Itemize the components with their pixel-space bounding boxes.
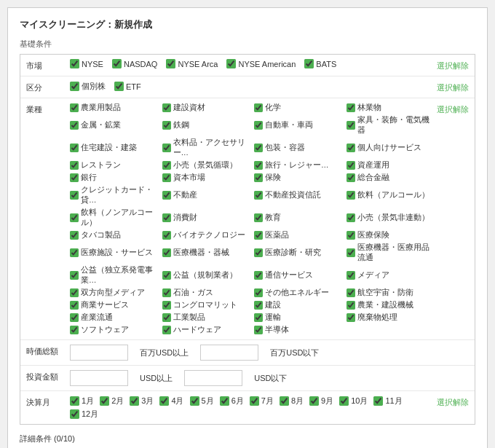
industry-item-17[interactable]: 資本市場 (162, 173, 249, 183)
industry-item-45[interactable]: コングロマリット (162, 300, 249, 310)
market-checkbox-nyse[interactable] (70, 59, 79, 68)
industry-item-13[interactable]: 小売（景気循環） (162, 160, 249, 170)
basic-conditions-box: 市場 NYSENASDAQNYSE ArcaNYSE AmericanBATS … (20, 54, 475, 425)
industry-item-29[interactable]: バイオテクノロジー (162, 230, 249, 240)
month-item-6[interactable]: 7月 (250, 396, 274, 406)
fiscal-month-deselect[interactable]: 選択解除 (432, 396, 469, 408)
industry-item-9[interactable]: 衣料品・アクセサリー… (162, 138, 249, 158)
industry-item-22[interactable]: 不動産投資信託 (254, 185, 341, 205)
market-checkbox-nyse_american[interactable] (226, 59, 236, 68)
month-item-5[interactable]: 6月 (220, 396, 244, 406)
industry-item-51[interactable]: 廃棄物処理 (346, 313, 433, 323)
market-checkbox-bats[interactable] (304, 59, 314, 68)
industry-item-42[interactable]: その他エネルギー (254, 288, 341, 298)
industry-item-18[interactable]: 保険 (254, 173, 341, 183)
industry-item-19[interactable]: 総合金融 (346, 173, 433, 183)
investment-max-unit: USD以下 (251, 373, 290, 384)
market-cap-max-unit: 百万USD以下 (267, 347, 322, 358)
industry-item-26[interactable]: 教育 (254, 208, 341, 228)
industry-grid: 農業用製品建設資材化学林業物金属・鉱業鉄鋼自動車・車両家具・装飾・電気機器住宅建… (70, 103, 432, 335)
market-deselect[interactable]: 選択解除 (432, 59, 469, 71)
category-row: 区分 個別株ETF 選択解除 (20, 76, 475, 98)
industry-item-27[interactable]: 小売（景気非連動） (346, 208, 433, 228)
industry-item-32[interactable]: 医療施設・サービス (70, 243, 157, 263)
industry-item-48[interactable]: 産業流通 (70, 313, 157, 323)
industry-item-21[interactable]: 不動産 (162, 185, 249, 205)
industry-item-54[interactable]: 半導体 (254, 325, 341, 335)
month-item-1[interactable]: 2月 (100, 396, 124, 406)
market-item-nyse_american[interactable]: NYSE American (226, 59, 296, 68)
industry-item-2[interactable]: 化学 (254, 103, 341, 113)
industry-item-16[interactable]: 銀行 (70, 173, 157, 183)
month-item-4[interactable]: 5月 (190, 396, 214, 406)
industry-item-49[interactable]: 工業製品 (162, 313, 249, 323)
industry-item-46[interactable]: 建設 (254, 300, 341, 310)
industry-item-38[interactable]: 通信サービス (254, 265, 341, 286)
market-cap-max-input[interactable] (200, 345, 258, 361)
industry-deselect[interactable]: 選択解除 (432, 103, 469, 115)
market-row: 市場 NYSENASDAQNYSE ArcaNYSE AmericanBATS … (20, 55, 475, 76)
industry-item-12[interactable]: レストラン (70, 160, 157, 170)
month-item-10[interactable]: 11月 (373, 396, 402, 406)
industry-item-10[interactable]: 包装・容器 (254, 138, 341, 158)
industry-item-24[interactable]: 飲料（ノンアルコール） (70, 208, 157, 228)
month-item-11[interactable]: 12月 (70, 409, 98, 420)
industry-item-40[interactable]: 双方向型メディア (70, 288, 157, 298)
industry-item-25[interactable]: 消費財 (162, 208, 249, 228)
industry-item-47[interactable]: 農業・建設機械 (346, 300, 433, 310)
industry-item-7[interactable]: 家具・装飾・電気機器 (346, 115, 433, 135)
category-item-individual[interactable]: 個別株 (70, 81, 106, 92)
industry-item-50[interactable]: 運輸 (254, 313, 341, 323)
market-checkbox-nasdaq[interactable] (112, 59, 122, 68)
industry-item-43[interactable]: 航空宇宙・防衛 (346, 288, 433, 298)
industry-item-8[interactable]: 住宅建設・建築 (70, 138, 157, 158)
detail-section: 詳細条件 (0/10) 条件を追加する (20, 431, 475, 448)
industry-item-4[interactable]: 金属・鉱業 (70, 115, 157, 135)
industry-item-35[interactable]: 医療機器・医療用品流通 (346, 243, 433, 263)
industry-item-44[interactable]: 商業サービス (70, 300, 157, 310)
industry-item-15[interactable]: 資産運用 (346, 160, 433, 170)
industry-item-1[interactable]: 建設資材 (162, 103, 249, 113)
investment-max-input[interactable] (184, 370, 242, 386)
month-item-7[interactable]: 8月 (280, 396, 304, 406)
industry-item-30[interactable]: 医薬品 (254, 230, 341, 240)
detail-label: 詳細条件 (0/10) (20, 433, 475, 444)
industry-item-33[interactable]: 医療機器・器械 (162, 243, 249, 263)
industry-item-28[interactable]: タバコ製品 (70, 230, 157, 240)
industry-item-5[interactable]: 鉄鋼 (162, 115, 249, 135)
industry-item-41[interactable]: 石油・ガス (162, 288, 249, 298)
month-item-8[interactable]: 9月 (309, 396, 333, 406)
industry-item-20[interactable]: クレジットカード・貸… (70, 185, 157, 205)
industry-item-37[interactable]: 公益（規制業者） (162, 265, 249, 286)
fiscal-month-label: 決算月 (26, 396, 70, 408)
industry-item-36[interactable]: 公益（独立系発電事業… (70, 265, 157, 286)
market-label: 市場 (26, 59, 70, 71)
industry-item-39[interactable]: メディア (346, 265, 433, 286)
industry-item-52[interactable]: ソフトウェア (70, 325, 157, 335)
industry-item-23[interactable]: 飲料（アルコール） (346, 185, 433, 205)
market-cap-min-input[interactable] (70, 345, 128, 361)
category-deselect[interactable]: 選択解除 (432, 81, 469, 93)
industry-item-0[interactable]: 農業用製品 (70, 103, 157, 113)
month-item-3[interactable]: 4月 (159, 396, 183, 406)
month-item-0[interactable]: 1月 (70, 396, 94, 406)
category-item-etf[interactable]: ETF (114, 82, 141, 91)
industry-item-3[interactable]: 林業物 (346, 103, 433, 113)
month-item-2[interactable]: 3月 (130, 396, 154, 406)
industry-item-34[interactable]: 医療診断・研究 (254, 243, 341, 263)
market-checkbox-nyse_arca[interactable] (166, 59, 175, 68)
industry-item-6[interactable]: 自動車・車両 (254, 115, 341, 135)
market-item-nyse_arca[interactable]: NYSE Arca (166, 59, 218, 68)
main-container: マイスクリーニング：新規作成 基礎条件 市場 NYSENASDAQNYSE Ar… (7, 7, 488, 448)
industry-item-14[interactable]: 旅行・レジャー… (254, 160, 341, 170)
industry-item-11[interactable]: 個人向けサービス (346, 138, 433, 158)
market-item-nasdaq[interactable]: NASDAQ (112, 59, 157, 68)
industry-label: 業種 (26, 103, 70, 115)
industry-item-31[interactable]: 医療保険 (346, 230, 433, 240)
market-item-nyse[interactable]: NYSE (70, 59, 103, 68)
market-item-bats[interactable]: BATS (304, 59, 336, 68)
month-item-9[interactable]: 10月 (339, 396, 368, 406)
investment-min-input[interactable] (70, 370, 128, 386)
industry-item-53[interactable]: ハードウェア (162, 325, 249, 335)
fiscal-month-row: 決算月 1月2月3月4月5月6月7月8月9月10月11月12月 選択解除 (20, 391, 475, 424)
